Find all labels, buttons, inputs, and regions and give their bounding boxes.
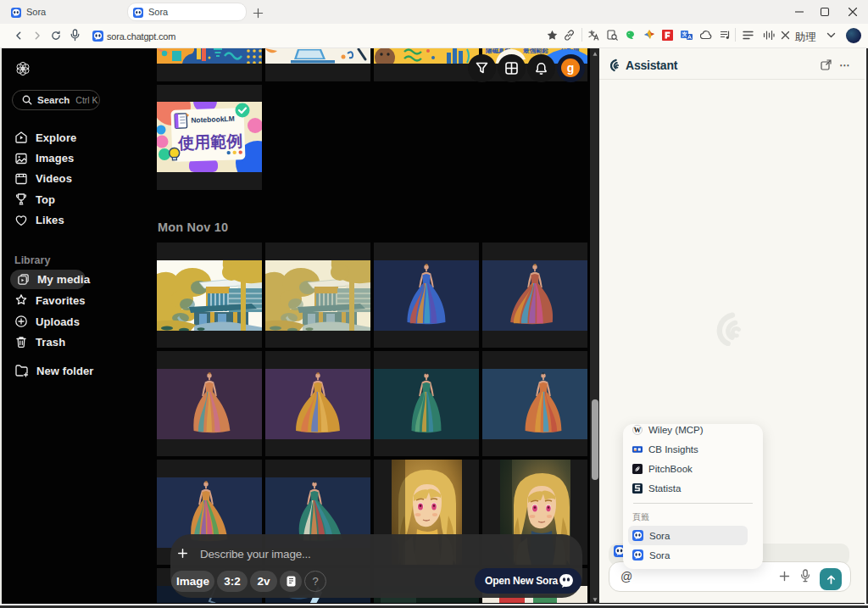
svg-text:最強範鉛: 最強範鉛 — [522, 48, 549, 54]
svg-text:NotebookLM: NotebookLM — [191, 114, 235, 125]
svg-text:W: W — [634, 427, 642, 434]
svg-text:使用範例: 使用範例 — [177, 132, 243, 153]
